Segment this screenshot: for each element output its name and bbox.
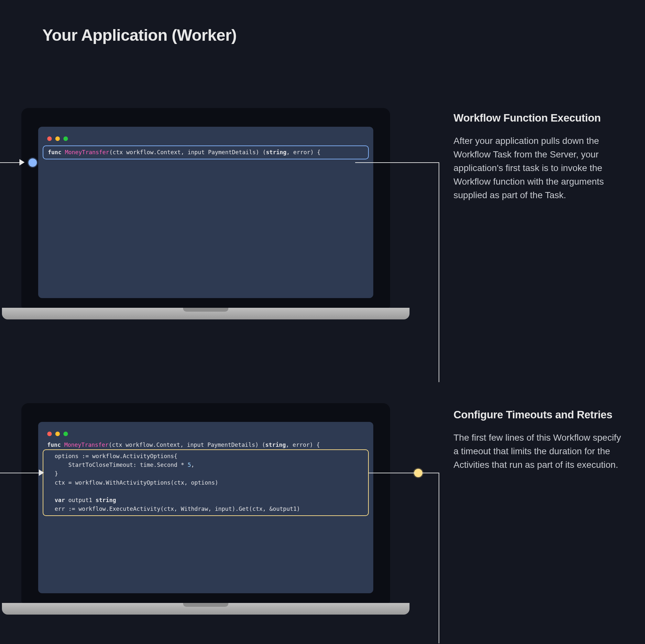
code-line: StartToCloseTimeout: time.Second * 5,: [48, 461, 364, 469]
laptop-base: [2, 308, 410, 319]
explain-body: After your application pulls down the Wo…: [453, 134, 625, 202]
laptop-timeouts-retries: func MoneyTransfer(ctx workflow.Context,…: [21, 403, 390, 615]
traffic-red-icon: [47, 136, 52, 141]
explain-title: Configure Timeouts and Retries: [453, 408, 625, 421]
connector-dot-yellow: [414, 469, 422, 477]
explain-workflow-exec: Workflow Function Execution After your a…: [453, 111, 625, 202]
code-block: func MoneyTransfer(ctx workflow.Context,…: [47, 145, 364, 159]
explain-timeouts-retries: Configure Timeouts and Retries The first…: [453, 408, 625, 472]
code-line: [48, 487, 364, 496]
window-traffic-lights: [47, 431, 364, 436]
code-line: func MoneyTransfer(ctx workflow.Context,…: [48, 148, 364, 157]
code-line: func MoneyTransfer(ctx workflow.Context,…: [47, 441, 364, 449]
code-line: err := workflow.ExecuteActivity(ctx, Wit…: [48, 505, 364, 514]
highlighted-code: options := workflow.ActivityOptions{ Sta…: [43, 449, 369, 516]
code-line: options := workflow.ActivityOptions{: [48, 452, 364, 461]
traffic-yellow-icon: [55, 136, 60, 141]
laptop-base: [2, 603, 410, 615]
code-block: func MoneyTransfer(ctx workflow.Context,…: [47, 441, 364, 516]
window-traffic-lights: [47, 136, 364, 141]
traffic-yellow-icon: [55, 431, 60, 436]
explain-body: The first few lines of this Workflow spe…: [453, 431, 625, 472]
laptop-workflow-exec: func MoneyTransfer(ctx workflow.Context,…: [21, 108, 390, 319]
traffic-green-icon: [63, 431, 68, 436]
code-line: }: [48, 469, 364, 478]
code-line: var output1 string: [48, 496, 364, 505]
traffic-green-icon: [63, 136, 68, 141]
laptop-screen: func MoneyTransfer(ctx workflow.Context,…: [38, 127, 373, 298]
highlighted-code: func MoneyTransfer(ctx workflow.Context,…: [43, 145, 369, 159]
laptop-bezel: func MoneyTransfer(ctx workflow.Context,…: [21, 403, 390, 603]
explain-title: Workflow Function Execution: [453, 111, 625, 124]
laptop-bezel: func MoneyTransfer(ctx workflow.Context,…: [21, 108, 390, 308]
traffic-red-icon: [47, 431, 52, 436]
laptop-screen: func MoneyTransfer(ctx workflow.Context,…: [38, 422, 373, 593]
page-title: Your Application (Worker): [42, 26, 237, 45]
code-line: ctx = workflow.WithActivityOptions(ctx, …: [48, 478, 364, 487]
